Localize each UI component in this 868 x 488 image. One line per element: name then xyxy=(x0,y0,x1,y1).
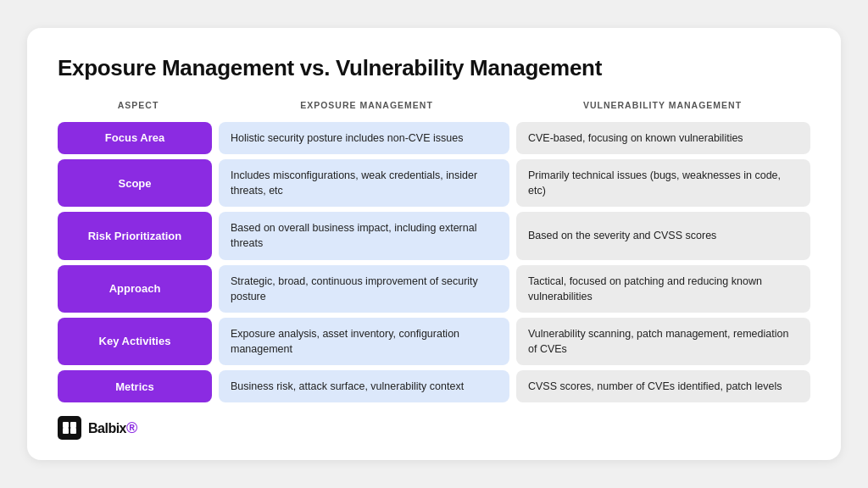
exposure-cell-2: Based on overall business impact, includ… xyxy=(219,212,509,259)
exposure-text-0: Holistic security posture includes non-C… xyxy=(231,130,463,146)
aspect-label-3: Approach xyxy=(109,282,161,295)
table-row: Approach Strategic, broad, continuous im… xyxy=(58,265,810,313)
comparison-table: ASPECT EXPOSURE MANAGEMENT VULNERABILITY… xyxy=(58,100,810,402)
aspect-cell-3: Approach xyxy=(58,265,212,313)
vuln-cell-1: Primarily technical issues (bugs, weakne… xyxy=(516,159,810,207)
aspect-label-1: Scope xyxy=(118,177,151,190)
exposure-cell-1: Includes misconfigurations, weak credent… xyxy=(219,159,509,207)
table-row: Metrics Business risk, attack surface, v… xyxy=(58,370,810,402)
logo-name-text: Balbix xyxy=(88,421,126,435)
vulnerability-column-header: VULNERABILITY MANAGEMENT xyxy=(515,100,810,115)
main-card: Exposure Management vs. Vulnerability Ma… xyxy=(27,28,841,460)
vuln-text-4: Vulnerability scanning, patch management… xyxy=(528,326,798,357)
exposure-cell-4: Exposure analysis, asset inventory, conf… xyxy=(219,318,509,365)
aspect-label-2: Risk Prioritization xyxy=(88,230,182,242)
exposure-text-2: Based on overall business impact, includ… xyxy=(231,220,498,251)
table-body: Focus Area Holistic security posture inc… xyxy=(58,122,810,402)
exposure-text-1: Includes misconfigurations, weak credent… xyxy=(231,168,498,198)
exposure-text-4: Exposure analysis, asset inventory, conf… xyxy=(231,326,498,357)
table-header-row: ASPECT EXPOSURE MANAGEMENT VULNERABILITY… xyxy=(58,100,810,115)
logo-icon xyxy=(58,416,81,440)
aspect-cell-2: Risk Prioritization xyxy=(58,212,212,259)
aspect-cell-1: Scope xyxy=(58,159,212,207)
exposure-column-header: EXPOSURE MANAGEMENT xyxy=(219,100,515,115)
vuln-cell-2: Based on the severity and CVSS scores xyxy=(516,212,810,259)
aspect-label-0: Focus Area xyxy=(105,131,164,144)
exposure-cell-5: Business risk, attack surface, vulnerabi… xyxy=(219,370,509,402)
vuln-cell-4: Vulnerability scanning, patch management… xyxy=(516,318,810,365)
exposure-text-5: Business risk, attack surface, vulnerabi… xyxy=(231,379,464,394)
table-row: Key Activities Exposure analysis, asset … xyxy=(58,318,810,365)
svg-rect-1 xyxy=(70,422,76,428)
aspect-cell-5: Metrics xyxy=(58,370,212,402)
vuln-cell-3: Tactical, focused on patching and reduci… xyxy=(516,265,810,313)
svg-rect-2 xyxy=(63,428,69,434)
exposure-cell-0: Holistic security posture includes non-C… xyxy=(219,122,509,154)
svg-rect-3 xyxy=(70,428,76,434)
table-row: Focus Area Holistic security posture inc… xyxy=(58,122,810,154)
logo-trademark: ® xyxy=(126,419,137,436)
exposure-text-3: Strategic, broad, continuous improvement… xyxy=(231,274,498,304)
aspect-label-5: Metrics xyxy=(115,380,154,393)
footer: Balbix® xyxy=(58,416,810,440)
vuln-text-1: Primarily technical issues (bugs, weakne… xyxy=(528,168,798,198)
vuln-text-2: Based on the severity and CVSS scores xyxy=(528,228,716,243)
page-title: Exposure Management vs. Vulnerability Ma… xyxy=(58,55,810,81)
table-row: Scope Includes misconfigurations, weak c… xyxy=(58,159,810,207)
vuln-text-5: CVSS scores, number of CVEs identified, … xyxy=(528,379,782,394)
vuln-cell-0: CVE-based, focusing on known vulnerabili… xyxy=(516,122,810,154)
exposure-cell-3: Strategic, broad, continuous improvement… xyxy=(219,265,509,313)
vuln-cell-5: CVSS scores, number of CVEs identified, … xyxy=(516,370,810,402)
aspect-column-header: ASPECT xyxy=(58,100,219,115)
aspect-cell-0: Focus Area xyxy=(58,122,212,154)
logo-name: Balbix® xyxy=(88,419,137,437)
vuln-text-3: Tactical, focused on patching and reduci… xyxy=(528,274,798,304)
svg-rect-0 xyxy=(63,422,69,428)
aspect-label-4: Key Activities xyxy=(99,335,171,347)
vuln-text-0: CVE-based, focusing on known vulnerabili… xyxy=(528,130,743,146)
aspect-cell-4: Key Activities xyxy=(58,318,212,365)
table-row: Risk Prioritization Based on overall bus… xyxy=(58,212,810,259)
